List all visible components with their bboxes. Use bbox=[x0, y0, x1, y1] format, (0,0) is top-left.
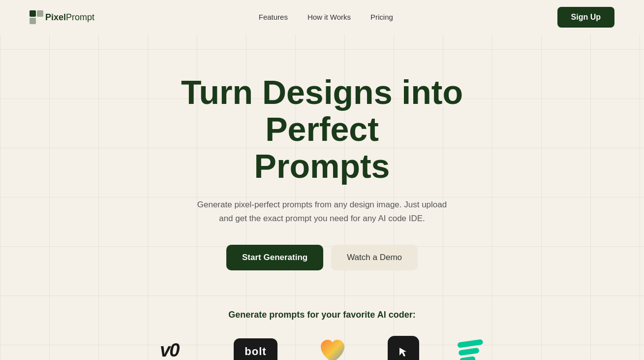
signup-button[interactable]: Sign Up bbox=[557, 7, 614, 28]
bolt-logo: bolt bbox=[234, 338, 277, 360]
v0-logo: v0 bbox=[160, 340, 194, 360]
windsurf-logo bbox=[457, 339, 485, 360]
start-generating-button[interactable]: Start Generating bbox=[226, 245, 323, 270]
nav-links: Features How it Works Pricing bbox=[259, 13, 393, 22]
watch-demo-button[interactable]: Watch a Demo bbox=[331, 245, 418, 270]
heart-logo bbox=[317, 336, 348, 360]
logo-text: PixelPrompt bbox=[45, 12, 94, 23]
ai-coders-title: Generate prompts for your favorite AI co… bbox=[228, 310, 415, 320]
hero-buttons: Start Generating Watch a Demo bbox=[226, 245, 418, 270]
ai-logos-row: v0 bolt bbox=[160, 336, 484, 360]
hero-subtitle: Generate pixel-perfect prompts from any … bbox=[189, 198, 455, 225]
svg-rect-0 bbox=[30, 10, 36, 17]
nav-pricing[interactable]: Pricing bbox=[370, 13, 393, 21]
nav-how-it-works[interactable]: How it Works bbox=[307, 13, 351, 21]
logo-icon bbox=[30, 10, 43, 24]
ai-coders-section: Generate prompts for your favorite AI co… bbox=[150, 310, 493, 360]
hero-section: Turn Designs into Perfect Prompts Genera… bbox=[0, 34, 644, 360]
svg-rect-1 bbox=[37, 10, 43, 17]
cursor-logo bbox=[388, 336, 419, 360]
hero-title: Turn Designs into Perfect Prompts bbox=[150, 74, 494, 184]
logo-link[interactable]: PixelPrompt bbox=[30, 10, 94, 24]
svg-rect-2 bbox=[30, 18, 36, 24]
svg-text:v0: v0 bbox=[160, 340, 180, 360]
nav-features[interactable]: Features bbox=[259, 13, 288, 21]
navbar: PixelPrompt Features How it Works Pricin… bbox=[0, 0, 644, 34]
